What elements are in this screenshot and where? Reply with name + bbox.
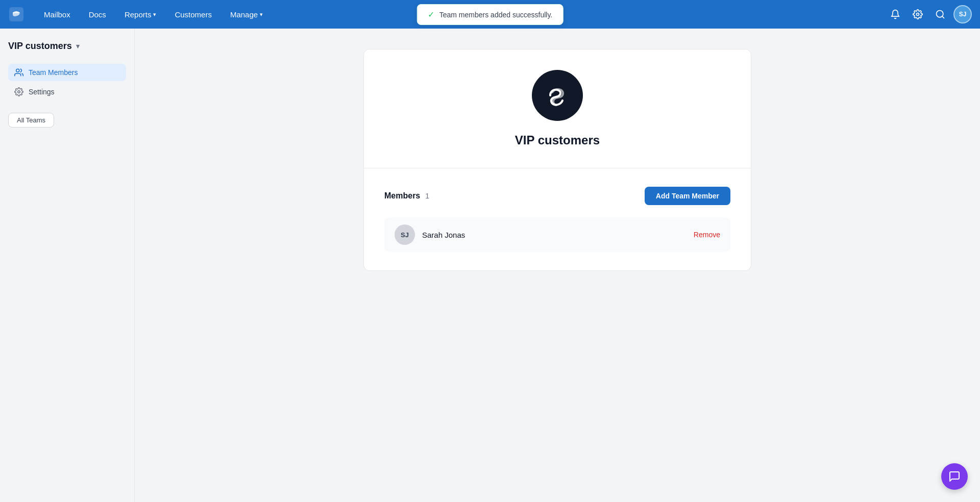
nav-right-actions: SJ: [886, 5, 972, 23]
team-logo-icon: [543, 81, 572, 110]
toast-message: Team members added successfully.: [439, 11, 553, 19]
reports-chevron-icon: ▾: [153, 11, 156, 18]
table-row: SJ Sarah Jonas Remove: [384, 217, 730, 252]
notifications-button[interactable]: [886, 5, 904, 23]
nav-manage[interactable]: Manage ▾: [221, 0, 272, 29]
manage-chevron-icon: ▾: [260, 11, 263, 18]
nav-links: Mailbox Docs Reports ▾ Customers Manage …: [35, 0, 272, 29]
team-name: VIP customers: [515, 133, 600, 147]
chat-support-button[interactable]: [941, 463, 968, 490]
settings-button[interactable]: [909, 5, 927, 23]
nav-reports[interactable]: Reports ▾: [115, 0, 166, 29]
member-name: Sarah Jonas: [422, 231, 465, 239]
nav-docs[interactable]: Docs: [80, 0, 115, 29]
logo[interactable]: [8, 6, 24, 22]
success-icon: ✓: [428, 10, 434, 19]
members-header: Members 1 Add Team Member: [384, 187, 730, 205]
svg-point-5: [18, 91, 20, 93]
gear-icon: [14, 87, 23, 96]
sidebar-title-chevron-icon: ▾: [76, 42, 80, 50]
team-body-card: Members 1 Add Team Member SJ Sarah Jonas…: [363, 168, 751, 271]
top-navigation: Mailbox Docs Reports ▾ Customers Manage …: [0, 0, 980, 29]
sidebar-nav: Team Members Settings: [8, 64, 126, 101]
members-count: 1: [425, 192, 429, 200]
page-layout: VIP customers ▾ Team Members Settings: [0, 29, 980, 502]
sidebar: VIP customers ▾ Team Members Settings: [0, 29, 135, 502]
svg-point-1: [917, 13, 919, 16]
svg-line-3: [942, 16, 944, 18]
all-teams-button[interactable]: All Teams: [8, 113, 54, 128]
sidebar-item-settings[interactable]: Settings: [8, 83, 126, 101]
user-avatar[interactable]: SJ: [953, 5, 972, 23]
team-card-wrapper: VIP customers Members 1 Add Team Member …: [363, 49, 751, 482]
svg-point-4: [16, 69, 19, 72]
team-header-card: VIP customers: [363, 49, 751, 168]
sidebar-title[interactable]: VIP customers ▾: [8, 41, 126, 52]
avatar: SJ: [395, 224, 415, 245]
members-title: Members 1: [384, 191, 429, 200]
nav-customers[interactable]: Customers: [165, 0, 221, 29]
remove-member-button[interactable]: Remove: [694, 231, 720, 239]
success-toast: ✓ Team members added successfully.: [417, 4, 564, 25]
team-icon: [14, 68, 23, 77]
add-team-member-button[interactable]: Add Team Member: [645, 187, 730, 205]
sidebar-item-team-members[interactable]: Team Members: [8, 64, 126, 81]
main-content: VIP customers Members 1 Add Team Member …: [135, 29, 980, 502]
member-info: SJ Sarah Jonas: [395, 224, 465, 245]
team-logo: [532, 70, 583, 121]
nav-mailbox[interactable]: Mailbox: [35, 0, 80, 29]
search-button[interactable]: [931, 5, 949, 23]
